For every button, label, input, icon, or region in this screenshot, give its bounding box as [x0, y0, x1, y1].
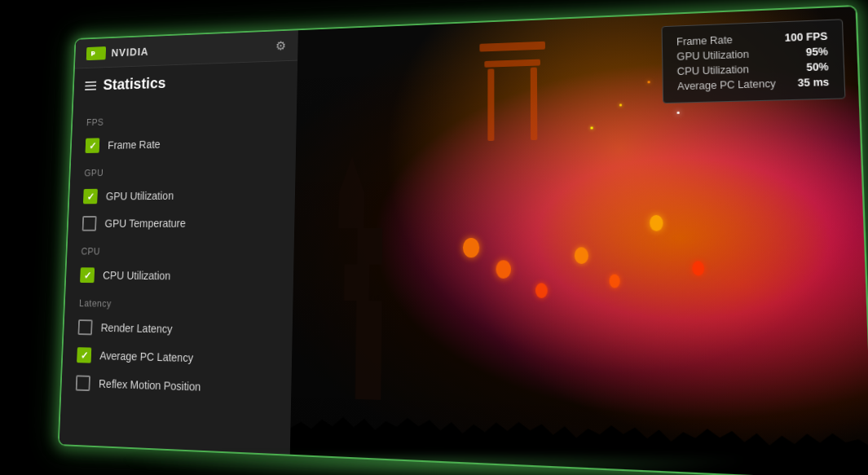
- checkbox-label-frame-rate: Frame Rate: [108, 138, 161, 151]
- sidebar-content: FPSFrame RateGPUGPU UtilizationGPU Tempe…: [59, 98, 297, 454]
- torii-gate: [479, 41, 545, 139]
- sidebar: NVIDIA ⚙ Statistics FPSFrame RateGPUGPU …: [59, 30, 297, 455]
- page-title: Statistics: [103, 74, 166, 93]
- screen: NVIDIA ⚙ Statistics FPSFrame RateGPUGPU …: [59, 7, 868, 475]
- lantern-7: [691, 261, 703, 275]
- monitor: NVIDIA ⚙ Statistics FPSFrame RateGPUGPU …: [57, 4, 868, 475]
- lantern-3: [575, 247, 588, 264]
- game-area: Frame Rate100 FPSGPU Utilization95%CPU U…: [289, 7, 868, 475]
- title-bar: Statistics: [73, 60, 297, 104]
- section-label-gpu: GPU: [69, 155, 295, 183]
- checkbox-row-render-latency: Render Latency: [63, 313, 292, 345]
- section-label-cpu: CPU: [66, 237, 293, 262]
- stat-name-1: GPU Utilization: [676, 48, 749, 62]
- checkbox-row-cpu-utilization: CPU Utilization: [65, 261, 293, 291]
- stat-name-3: Average PC Latency: [676, 77, 775, 92]
- checkbox-row-gpu-utilization: GPU Utilization: [68, 180, 295, 209]
- monitor-glow: [115, 458, 754, 476]
- stat-value-0: 100 FPS: [784, 30, 827, 43]
- checkbox-cpu-utilization[interactable]: [80, 267, 95, 283]
- checkbox-row-frame-rate: Frame Rate: [71, 127, 296, 159]
- nvidia-brand-text: NVIDIA: [111, 45, 148, 58]
- checkbox-render-latency[interactable]: [77, 319, 92, 335]
- stat-value-2: 50%: [806, 60, 829, 73]
- lantern-6: [649, 215, 663, 231]
- torii-leg-left: [487, 68, 494, 141]
- lantern-5: [463, 238, 479, 257]
- lantern-2: [535, 282, 547, 297]
- spark-3: [590, 126, 593, 129]
- checkbox-label-cpu-utilization: CPU Utilization: [102, 269, 170, 282]
- checkbox-row-gpu-temperature: GPU Temperature: [68, 209, 294, 237]
- checkbox-gpu-utilization[interactable]: [83, 188, 98, 204]
- stat-value-1: 95%: [805, 46, 828, 58]
- svg-rect-0: [89, 48, 103, 57]
- monitor-wrapper: NVIDIA ⚙ Statistics FPSFrame RateGPUGPU …: [35, 18, 834, 458]
- hamburger-icon[interactable]: [85, 81, 96, 90]
- checkbox-label-gpu-temperature: GPU Temperature: [104, 217, 186, 229]
- stat-name-0: Frame Rate: [676, 33, 732, 47]
- checkbox-label-gpu-utilization: GPU Utilization: [105, 189, 174, 202]
- checkbox-avg-pc-latency[interactable]: [77, 347, 91, 363]
- stat-value-3: 35 ms: [797, 76, 829, 89]
- spark-4: [676, 111, 679, 113]
- checkbox-label-reflex-motion: Reflex Motion Position: [98, 377, 200, 393]
- checkbox-label-render-latency: Render Latency: [100, 321, 172, 335]
- checkbox-frame-rate[interactable]: [85, 138, 99, 153]
- checkbox-gpu-temperature[interactable]: [82, 216, 96, 231]
- checkbox-row-reflex-motion: Reflex Motion Position: [61, 368, 292, 404]
- game-background: Frame Rate100 FPSGPU Utilization95%CPU U…: [289, 7, 868, 475]
- spark-1: [619, 103, 621, 106]
- nvidia-logo: [86, 46, 105, 59]
- gear-icon[interactable]: ⚙: [275, 38, 285, 53]
- spark-2: [647, 81, 650, 83]
- lantern-1: [496, 260, 510, 279]
- lantern-4: [609, 274, 619, 288]
- torii-leg-right: [530, 67, 537, 139]
- section-label-latency: Latency: [64, 288, 293, 317]
- torii-mid-bar: [484, 59, 540, 67]
- checkbox-reflex-motion[interactable]: [75, 375, 90, 391]
- nvidia-logo-area: NVIDIA: [86, 44, 148, 59]
- stat-name-2: CPU Utilization: [676, 64, 748, 77]
- stats-overlay: Frame Rate100 FPSGPU Utilization95%CPU U…: [661, 19, 845, 103]
- torii-legs: [479, 67, 545, 141]
- checkbox-label-avg-pc-latency: Average PC Latency: [99, 349, 193, 363]
